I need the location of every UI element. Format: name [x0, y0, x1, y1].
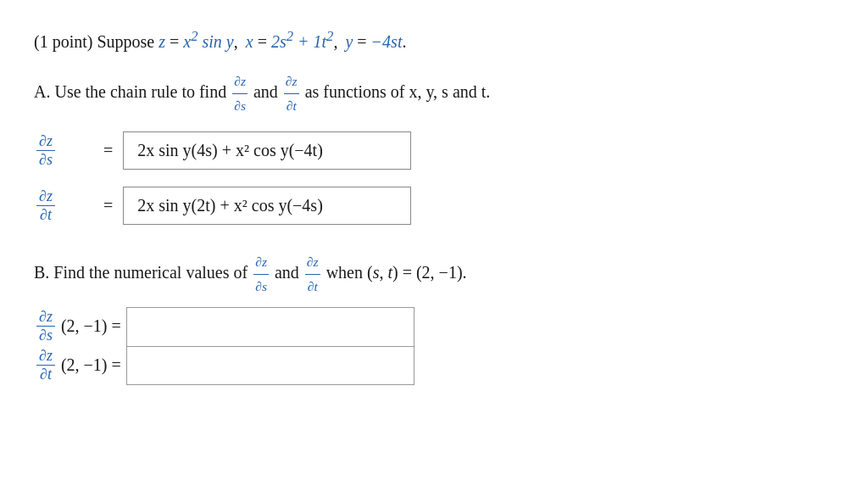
frac-dz-ds: ∂z ∂s	[36, 132, 55, 169]
problem-title: (1 point) Suppose z = x2 sin y, x = 2s2 …	[34, 25, 834, 54]
eq-lhs-ds: ∂z ∂s	[34, 132, 93, 169]
part-b-inputs: ∂z ∂s (2, −1) = ∂z ∂t (2, −1) =	[34, 307, 415, 385]
frac-b-ds: ∂z ∂s	[36, 308, 55, 344]
input-b-ds[interactable]	[126, 307, 415, 346]
problem-title-text: (1 point) Suppose z = x2 sin y, x = 2s2 …	[34, 32, 406, 51]
frac-dz-ds-header: ∂z ∂s	[232, 70, 248, 118]
part-a: A. Use the chain rule to find ∂z ∂s and …	[34, 70, 834, 230]
b-lhs-2: ∂z ∂t (2, −1) =	[34, 347, 121, 383]
answer-box-dt: 2x sin y(2t) + x² cos y(−4s)	[123, 187, 411, 225]
eq-lhs-dt: ∂z ∂t	[34, 187, 93, 224]
b-arg-1: (2, −1) =	[61, 316, 121, 336]
answer-dt-text: 2x sin y(2t) + x² cos y(−4s)	[137, 196, 323, 215]
equals-dt: =	[103, 196, 113, 215]
answer-box-ds: 2x sin y(4s) + x² cos y(−4t)	[123, 131, 411, 170]
b-row-2: ∂z ∂t (2, −1) =	[34, 346, 415, 385]
frac-dz-ds-b: ∂z ∂s	[253, 250, 269, 299]
part-b-instruction: B. Find the numerical values of ∂z ∂s an…	[34, 250, 834, 299]
part-b: B. Find the numerical values of ∂z ∂s an…	[34, 250, 834, 385]
input-b-dt[interactable]	[126, 346, 415, 385]
answer-ds-text: 2x sin y(4s) + x² cos y(−4t)	[137, 141, 323, 159]
b-arg-2: (2, −1) =	[61, 355, 121, 375]
b-lhs-1: ∂z ∂s (2, −1) =	[34, 308, 121, 344]
frac-b-dt: ∂z ∂t	[36, 347, 55, 383]
problem-container: (1 point) Suppose z = x2 sin y, x = 2s2 …	[34, 25, 834, 385]
b-row-1: ∂z ∂s (2, −1) =	[34, 307, 415, 346]
frac-dz-dt: ∂z ∂t	[36, 187, 55, 224]
equation-row-ds: ∂z ∂s = 2x sin y(4s) + x² cos y(−4t)	[34, 126, 834, 175]
frac-dz-dt-b: ∂z ∂t	[305, 250, 320, 299]
frac-dz-dt-header: ∂z ∂t	[284, 70, 299, 118]
part-a-instruction: A. Use the chain rule to find ∂z ∂s and …	[34, 70, 834, 118]
equals-ds: =	[103, 141, 113, 160]
equation-row-dt: ∂z ∂t = 2x sin y(2t) + x² cos y(−4s)	[34, 182, 834, 230]
